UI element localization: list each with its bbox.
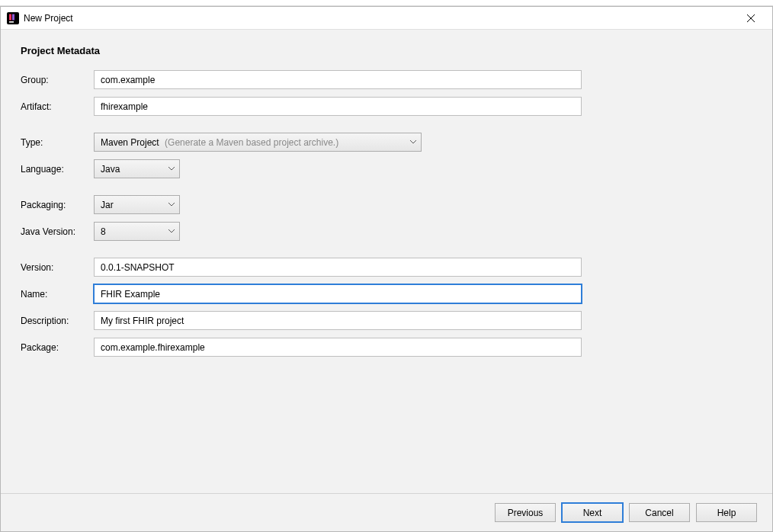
- chevron-down-icon: [168, 203, 175, 207]
- editor-backdrop: [0, 0, 773, 6]
- dropdown-language[interactable]: Java: [94, 159, 180, 178]
- label-java-version: Java Version:: [21, 226, 94, 237]
- dropdown-language-value: Java: [101, 164, 164, 175]
- dropdown-packaging-value: Jar: [101, 200, 164, 210]
- close-icon: [747, 14, 755, 22]
- label-group: Group:: [21, 75, 94, 85]
- chevron-down-icon: [168, 229, 175, 233]
- svg-rect-3: [9, 21, 14, 23]
- input-artifact[interactable]: [94, 97, 582, 116]
- dropdown-java-version[interactable]: 8: [94, 222, 180, 241]
- input-package[interactable]: [94, 338, 582, 357]
- dropdown-packaging[interactable]: Jar: [94, 195, 180, 214]
- row-package: Package:: [21, 338, 752, 357]
- label-description: Description:: [21, 316, 94, 326]
- chevron-down-icon: [168, 167, 175, 171]
- section-heading: Project Metadata: [21, 45, 752, 56]
- next-button[interactable]: Next: [562, 503, 623, 522]
- chevron-down-icon: [410, 140, 416, 144]
- row-java-version: Java Version: 8: [21, 222, 752, 241]
- row-group: Group:: [21, 70, 752, 89]
- row-language: Language: Java: [21, 159, 752, 178]
- dropdown-type-value: Maven Project (Generate a Maven based pr…: [101, 137, 406, 148]
- cancel-button[interactable]: Cancel: [629, 503, 690, 522]
- row-description: Description:: [21, 311, 752, 330]
- label-version: Version:: [21, 262, 94, 273]
- svg-rect-1: [9, 14, 11, 20]
- dialog-content: Project Metadata Group: Artifact: Type: …: [1, 30, 772, 493]
- row-version: Version:: [21, 258, 752, 277]
- help-button[interactable]: Help: [696, 503, 757, 522]
- row-name: Name:: [21, 284, 752, 303]
- new-project-dialog: New Project Project Metadata Group: Arti…: [0, 6, 773, 532]
- svg-rect-2: [12, 14, 14, 20]
- dropdown-type-hint: (Generate a Maven based project archive.…: [165, 137, 338, 148]
- dropdown-java-version-value: 8: [101, 226, 164, 237]
- close-button[interactable]: [736, 8, 766, 29]
- app-icon: [7, 12, 19, 24]
- input-group[interactable]: [94, 70, 582, 89]
- label-language: Language:: [21, 164, 94, 175]
- previous-button[interactable]: Previous: [495, 503, 556, 522]
- label-name: Name:: [21, 289, 94, 300]
- label-artifact: Artifact:: [21, 101, 94, 112]
- dialog-footer: Previous Next Cancel Help: [1, 493, 772, 531]
- row-packaging: Packaging: Jar: [21, 195, 752, 214]
- titlebar: New Project: [1, 7, 772, 30]
- input-version[interactable]: [94, 258, 582, 277]
- dropdown-type[interactable]: Maven Project (Generate a Maven based pr…: [94, 133, 422, 152]
- label-type: Type:: [21, 137, 94, 148]
- window-title: New Project: [24, 13, 736, 24]
- dropdown-type-text: Maven Project: [101, 137, 159, 148]
- label-package: Package:: [21, 342, 94, 353]
- label-packaging: Packaging:: [21, 200, 94, 210]
- row-type: Type: Maven Project (Generate a Maven ba…: [21, 133, 752, 152]
- row-artifact: Artifact:: [21, 97, 752, 116]
- input-name[interactable]: [94, 284, 582, 303]
- input-description[interactable]: [94, 311, 582, 330]
